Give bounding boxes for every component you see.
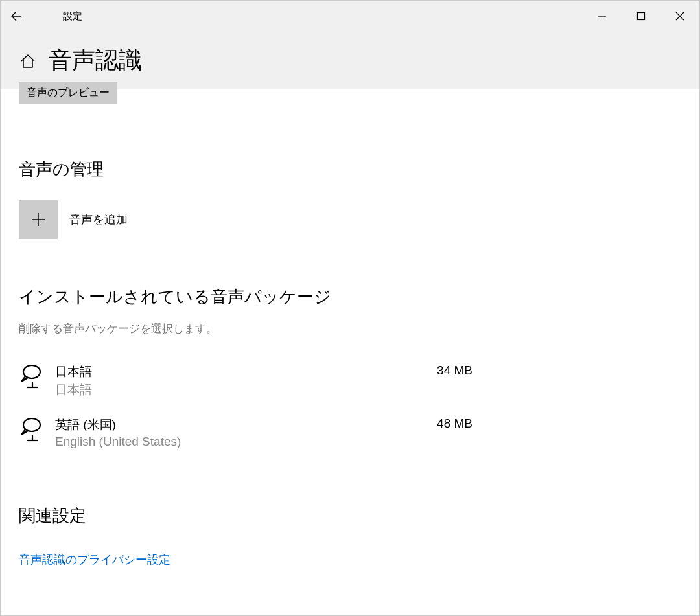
section-heading-installed: インストールされている音声パッケージ [19,286,681,308]
home-icon [19,52,36,69]
minimize-icon [598,12,607,21]
titlebar: 設定 [1,1,699,32]
installed-subtext: 削除する音声パッケージを選択します。 [19,321,681,336]
window-controls [583,1,699,32]
page-header: 音声認識 [1,32,699,89]
add-voice-label: 音声を追加 [69,212,128,227]
back-button[interactable] [1,1,32,32]
voice-package-item[interactable]: 日本語 日本語 34 MB [19,354,472,407]
add-tile [19,200,58,239]
voice-package-list: 日本語 日本語 34 MB 英語 (米国) English (United St… [19,354,681,458]
page-title: 音声認識 [49,45,142,76]
svg-rect-1 [638,13,645,20]
voice-preview-button[interactable]: 音声のプレビュー [19,82,117,104]
voice-package-item[interactable]: 英語 (米国) English (United States) 48 MB [19,407,472,458]
package-name: 日本語 [55,363,395,380]
close-button[interactable] [660,1,699,32]
section-heading-manage: 音声の管理 [19,158,681,181]
speech-icon [19,363,55,391]
minimize-button[interactable] [583,1,622,32]
add-voice-button[interactable]: 音声を追加 [19,200,681,239]
content-area: 音声のプレビュー 音声の管理 音声を追加 インストールされている音声パッケージ … [1,89,699,586]
home-button[interactable] [19,52,37,70]
section-heading-related: 関連設定 [19,505,681,527]
maximize-button[interactable] [622,1,660,32]
app-title: 設定 [63,10,82,23]
privacy-settings-link[interactable]: 音声認識のプライバシー設定 [19,552,170,567]
package-size: 48 MB [395,416,472,431]
svg-point-5 [23,418,40,431]
plus-icon [30,211,47,228]
package-name: 英語 (米国) [55,416,395,433]
arrow-left-icon [10,10,22,22]
package-size: 34 MB [395,363,472,378]
close-icon [675,12,684,21]
package-sub: 日本語 [55,382,395,398]
maximize-icon [636,12,646,21]
speech-icon [19,416,55,444]
package-sub: English (United States) [55,435,395,449]
svg-point-2 [23,365,40,378]
